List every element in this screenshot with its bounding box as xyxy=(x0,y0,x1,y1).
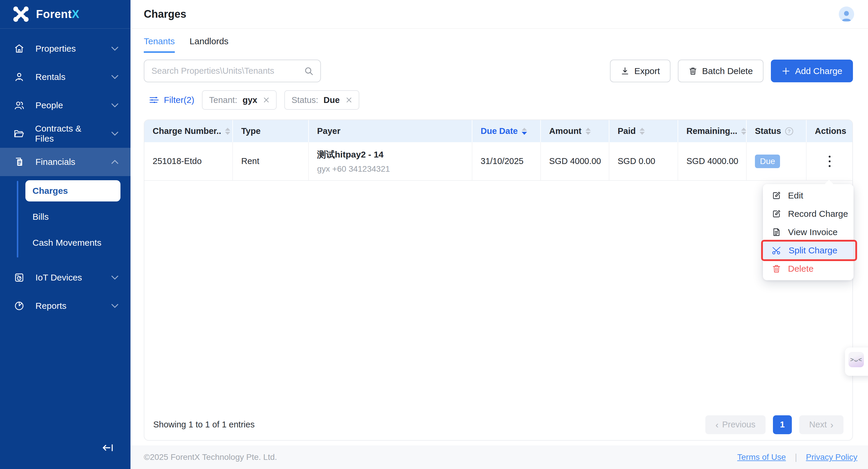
submenu-item-bills[interactable]: Bills xyxy=(25,206,120,227)
chevron-right-icon: › xyxy=(830,420,833,430)
filter-button[interactable]: Filter(2) xyxy=(144,95,194,105)
sidebar-item-properties[interactable]: Properties xyxy=(0,35,130,63)
previous-label: Previous xyxy=(722,420,755,430)
next-page-button[interactable]: Next › xyxy=(799,415,843,434)
column-label: Amount xyxy=(549,126,582,136)
forentx-logo-icon xyxy=(12,6,30,23)
app-root: ForentX Properties xyxy=(0,0,868,469)
chevron-down-icon xyxy=(111,131,119,136)
filter-label: Filter(2) xyxy=(164,95,194,105)
column-header-paid[interactable]: Paid xyxy=(609,120,678,142)
payer-name: 测试hitpay2 - 14 xyxy=(317,149,383,161)
batch-delete-label: Batch Delete xyxy=(702,66,753,76)
export-button[interactable]: Export xyxy=(610,60,671,82)
close-icon[interactable] xyxy=(346,97,352,103)
main-area: Charges Tenants Landlords xyxy=(130,0,868,469)
column-header-remaining[interactable]: Remaining... xyxy=(678,120,747,142)
edit-icon xyxy=(772,191,781,200)
sort-icon xyxy=(225,128,230,135)
filter-sliders-icon xyxy=(149,96,159,104)
footer-links: Terms of Use | Privacy Policy xyxy=(737,452,857,462)
collapse-arrow-icon xyxy=(101,442,115,453)
add-charge-button[interactable]: Add Charge xyxy=(771,60,853,82)
submenu-indent-guide xyxy=(17,181,18,258)
batch-delete-button[interactable]: Batch Delete xyxy=(678,60,764,82)
brand-name: ForentX xyxy=(36,8,80,21)
person-icon xyxy=(13,72,25,82)
chip-value: Due xyxy=(323,95,340,105)
download-icon xyxy=(621,67,629,75)
footer: ©2025 ForentX Technology Pte. Ltd. Terms… xyxy=(130,445,868,469)
menu-item-edit[interactable]: Edit xyxy=(763,187,854,205)
column-label: Charge Number.. xyxy=(153,126,221,136)
menu-item-label: Split Charge xyxy=(788,245,837,256)
entries-summary: Showing 1 to 1 of 1 entries xyxy=(153,420,254,430)
sidebar-item-label: Properties xyxy=(35,44,76,54)
help-icon[interactable]: ? xyxy=(785,127,794,136)
menu-item-split-charge[interactable]: Split Charge xyxy=(763,241,854,260)
submenu-item-charges[interactable]: Charges xyxy=(25,180,120,201)
row-actions-menu-button[interactable] xyxy=(822,154,837,169)
submenu-item-label: Bills xyxy=(32,212,49,222)
submenu-item-cash-movements[interactable]: Cash Movements xyxy=(25,232,120,254)
cell-charge-number: 251018-Etdo xyxy=(144,142,233,180)
chevron-down-icon xyxy=(111,75,119,79)
sidebar-item-label: People xyxy=(35,100,63,110)
svg-text:?: ? xyxy=(788,129,790,134)
menu-item-view-invoice[interactable]: View Invoice xyxy=(763,223,854,241)
feedback-widget[interactable]: >ᴗ< xyxy=(845,347,868,376)
sidebar-item-reports[interactable]: Reports xyxy=(0,292,130,320)
sidebar-item-people[interactable]: People xyxy=(0,91,130,120)
submenu-item-label: Charges xyxy=(32,186,68,196)
table-row: 251018-Etdo Rent 测试hitpay2 - 14 gyx +60 … xyxy=(144,142,852,181)
previous-page-button[interactable]: ‹ Previous xyxy=(705,415,765,434)
chevron-down-icon xyxy=(111,46,119,51)
column-header-amount[interactable]: Amount xyxy=(541,120,609,142)
brand-logo[interactable]: ForentX xyxy=(0,0,130,29)
pagination: ‹ Previous 1 Next › xyxy=(705,415,843,434)
sidebar-item-rentals[interactable]: Rentals xyxy=(0,63,130,91)
user-avatar[interactable] xyxy=(839,6,854,22)
tab-tenants[interactable]: Tenants xyxy=(144,36,175,53)
sidebar-item-label: IoT Devices xyxy=(35,273,82,282)
page-title: Charges xyxy=(144,8,186,20)
menu-item-record-charge[interactable]: Record Charge xyxy=(763,205,854,223)
folder-icon xyxy=(13,128,25,139)
sort-icon xyxy=(640,128,645,135)
content: Tenants Landlords xyxy=(130,29,868,445)
terms-of-use-link[interactable]: Terms of Use xyxy=(737,453,786,462)
cell-remaining: SGD 4000.00 xyxy=(678,142,747,180)
iot-device-icon xyxy=(13,272,25,283)
close-icon[interactable] xyxy=(263,97,270,103)
top-bar: Charges xyxy=(130,0,868,29)
sidebar-item-financials[interactable]: Financials xyxy=(0,148,130,176)
page-1-button[interactable]: 1 xyxy=(773,415,792,434)
sidebar-item-contracts-files[interactable]: Contracts & Files xyxy=(0,120,130,148)
chevron-left-icon: ‹ xyxy=(715,420,719,430)
tab-landlords[interactable]: Landlords xyxy=(190,36,228,53)
charges-table-card: Charge Number.. Type Payer Due Date Am xyxy=(144,120,853,441)
financials-submenu: Charges Bills Cash Movements xyxy=(0,176,130,263)
sidebar-item-iot-devices[interactable]: IoT Devices xyxy=(0,263,130,292)
sidebar-collapse-button[interactable] xyxy=(97,439,119,457)
column-label: Payer xyxy=(317,126,340,136)
cell-paid: SGD 0.00 xyxy=(609,142,678,180)
table-header-row: Charge Number.. Type Payer Due Date Am xyxy=(144,120,852,142)
tab-bar: Tenants Landlords xyxy=(144,36,853,53)
menu-item-delete[interactable]: Delete xyxy=(763,260,854,278)
sidebar-item-label: Rentals xyxy=(35,72,66,82)
cell-payer: 测试hitpay2 - 14 gyx +60 341234321 xyxy=(309,142,472,180)
search-box xyxy=(144,60,321,82)
column-header-due-date[interactable]: Due Date xyxy=(472,120,541,142)
search-input[interactable] xyxy=(144,60,321,82)
people-icon xyxy=(13,100,25,111)
cell-due-date: 31/10/2025 xyxy=(472,142,541,180)
scissors-icon xyxy=(772,246,782,255)
sidebar-item-label: Contracts & Files xyxy=(35,124,100,144)
privacy-policy-link[interactable]: Privacy Policy xyxy=(806,453,857,462)
sidebar-item-label: Reports xyxy=(35,301,66,311)
chevron-down-icon xyxy=(111,304,119,308)
toolbar-buttons: Export Batch Delete xyxy=(610,60,853,82)
column-header-charge-number[interactable]: Charge Number.. xyxy=(144,120,233,142)
column-label: Actions xyxy=(815,126,846,136)
